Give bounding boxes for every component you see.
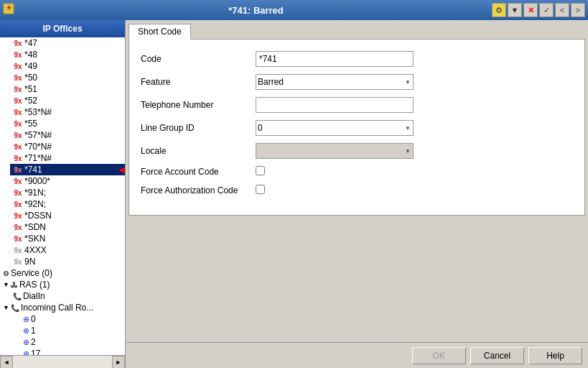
x-icon: 9x [13, 38, 23, 48]
force-account-row: Force Account Code [141, 166, 573, 178]
list-item[interactable]: 9x *49 [10, 60, 125, 72]
item-label: 4XXX [24, 245, 47, 255]
tab-shortcode[interactable]: Short Code [129, 24, 191, 40]
list-item[interactable]: 9x *91N; [10, 187, 125, 198]
settings-button[interactable]: ⚙ [492, 3, 506, 17]
list-item[interactable]: 9x *55 [10, 118, 125, 129]
list-item[interactable]: 9x *47 [10, 37, 125, 49]
item-label: 9N [24, 257, 35, 267]
linegroup-row: Line Group ID 0 [141, 120, 573, 136]
forward-button[interactable]: > [571, 3, 585, 17]
list-item-selected[interactable]: 9x *741 ◄ [10, 164, 125, 175]
item-label: *57*N# [24, 130, 52, 140]
ok-button[interactable]: OK [412, 347, 466, 364]
item-label: *91N; [24, 188, 46, 198]
code-control [256, 51, 414, 67]
app-icon: ☀ [3, 3, 17, 17]
list-item[interactable]: 9x *9000* [10, 175, 125, 187]
list-item-2[interactable]: ⊕ 2 [20, 336, 125, 348]
force-account-checkbox[interactable] [256, 166, 265, 175]
list-item[interactable]: 9x *57*N# [10, 129, 125, 141]
list-item[interactable]: 9x *50 [10, 72, 125, 83]
feature-select[interactable]: Barred [256, 74, 414, 90]
feature-row: Feature Barred ◄ [141, 74, 573, 90]
item-label: Incoming Call Ro... [21, 303, 93, 313]
force-auth-checkbox[interactable] [256, 185, 265, 194]
list-item-ras[interactable]: ▼ 🖧 RAS (1) [0, 279, 125, 290]
x-icon: 9x [13, 107, 23, 117]
x-icon: 9x [13, 130, 23, 140]
dropdown-button[interactable]: ▼ [508, 3, 522, 17]
route-icon: ⊕ [23, 326, 29, 336]
close-button[interactable]: ✕ [523, 3, 538, 17]
list-item[interactable]: 9x 9N [10, 256, 125, 267]
item-label: *48 [24, 50, 37, 60]
item-label: *47 [24, 38, 37, 48]
code-label: Code [141, 54, 256, 64]
item-label: *49 [24, 61, 37, 71]
sidebar-body[interactable]: 9x *47 9x *48 9x *49 9x *50 9x *51 9x *5… [0, 37, 125, 355]
help-button[interactable]: Help [528, 347, 582, 364]
list-item-17[interactable]: ⊕ 17 [20, 348, 125, 355]
list-item-dialin[interactable]: 📞 DialIn [10, 290, 125, 302]
force-auth-control [256, 185, 414, 196]
back-button[interactable]: < [555, 3, 569, 17]
title-bar: ☀ *741: Barred ⚙ ▼ ✕ ✓ < > [0, 0, 588, 20]
x-icon: 9x [13, 245, 23, 255]
item-label: 17 [31, 349, 40, 355]
item-label: *55 [24, 119, 37, 129]
list-item[interactable]: 9x *DSSN [10, 210, 125, 221]
scroll-right-button[interactable]: ► [112, 356, 125, 368]
network-icon: 🖧 [11, 281, 18, 289]
cancel-button[interactable]: Cancel [470, 347, 524, 364]
locale-select[interactable] [256, 143, 414, 159]
list-item[interactable]: 9x 4XXX [10, 244, 125, 256]
item-label: *9000* [24, 176, 50, 186]
item-label: Service (0) [11, 268, 52, 278]
x-icon: 9x [13, 199, 23, 209]
bottom-bar: OK Cancel Help [126, 342, 588, 368]
x-icon: 9x [13, 257, 23, 267]
content-area: Short Code Code Feature Barred [126, 20, 588, 342]
list-item-incoming[interactable]: ▼ 📞 Incoming Call Ro... [0, 302, 125, 313]
list-item[interactable]: 9x *71*N# [10, 152, 125, 164]
route-icon: ⊕ [23, 338, 29, 347]
scroll-track [13, 356, 112, 368]
list-item-1[interactable]: ⊕ 1 [20, 325, 125, 336]
check-button[interactable]: ✓ [539, 3, 554, 17]
item-label: *53*N# [24, 107, 52, 117]
list-item[interactable]: 9x *SDN [10, 221, 125, 233]
x-icon: 9x [13, 176, 23, 186]
red-arrow-icon: ◄ [116, 164, 125, 175]
list-item-service[interactable]: ⚙ Service (0) [0, 267, 125, 279]
linegroup-select[interactable]: 0 [256, 120, 414, 136]
list-item[interactable]: 9x *53*N# [10, 106, 125, 118]
item-label: RAS (1) [19, 280, 50, 290]
code-row: Code [141, 51, 573, 67]
tab-bar: Short Code [129, 23, 585, 39]
force-account-control [256, 166, 414, 178]
x-icon: 9x [13, 119, 23, 129]
window-title: *741: Barred [20, 5, 492, 16]
list-item[interactable]: 9x *92N; [10, 198, 125, 210]
list-item-0[interactable]: ⊕ 0 [20, 313, 125, 325]
list-item[interactable]: 9x *SKN [10, 233, 125, 244]
telephone-input[interactable] [256, 97, 414, 113]
x-icon: 9x [13, 211, 23, 221]
locale-select-wrapper [256, 143, 414, 159]
code-input[interactable] [256, 51, 414, 67]
sidebar-footer: ◄ ► [0, 355, 125, 368]
x-icon: 9x [13, 96, 23, 106]
list-item[interactable]: 9x *52 [10, 95, 125, 106]
item-label: 0 [31, 314, 36, 324]
list-item[interactable]: 9x *70*N# [10, 141, 125, 152]
x-icon: 9x [13, 188, 23, 198]
item-label: *741 [24, 165, 42, 175]
form-panel: Code Feature Barred ◄ [129, 39, 585, 216]
scroll-left-button[interactable]: ◄ [0, 356, 13, 368]
route-icon: ⊕ [23, 315, 29, 324]
list-item[interactable]: 9x *51 [10, 83, 125, 95]
list-item[interactable]: 9x *48 [10, 49, 125, 60]
expand-icon: ▼ [3, 304, 9, 311]
item-label: *52 [24, 96, 37, 106]
